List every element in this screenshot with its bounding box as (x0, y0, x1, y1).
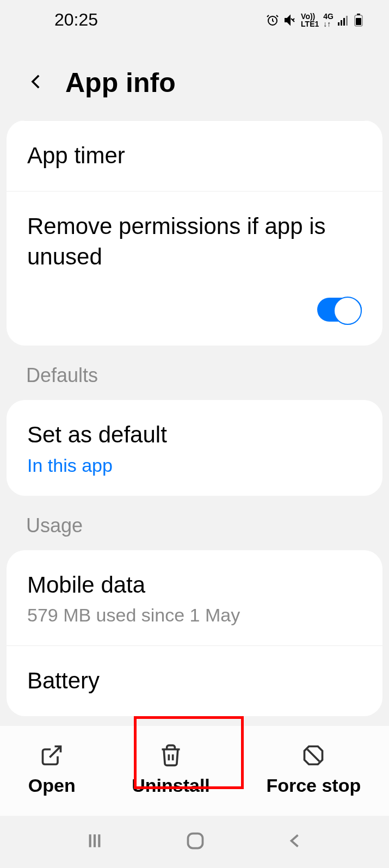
trash-icon (159, 743, 183, 767)
battery-label: Battery (27, 666, 362, 697)
battery-row[interactable]: Battery (7, 645, 382, 716)
remove-permissions-toggle[interactable] (317, 298, 362, 322)
page-title: App info (65, 67, 176, 99)
system-nav-bar (0, 816, 389, 868)
uninstall-button[interactable]: Uninstall (121, 739, 221, 801)
nav-back-button[interactable] (286, 831, 305, 853)
back-button[interactable] (27, 72, 46, 93)
mobile-data-label: Mobile data (27, 570, 362, 601)
header: App info (0, 40, 389, 120)
remove-permissions-row[interactable]: Remove permissions if app is unused (7, 191, 382, 292)
remove-permissions-toggle-row (7, 292, 382, 346)
recents-button[interactable] (84, 830, 106, 854)
svg-rect-7 (356, 18, 361, 25)
set-as-default-sub: In this app (27, 455, 362, 476)
mute-icon (283, 14, 297, 27)
usage-section-label: Usage (0, 496, 389, 550)
status-icons: Vo))LTE1 4G↓↑ (266, 13, 363, 28)
svg-rect-4 (346, 16, 348, 26)
svg-rect-8 (188, 834, 203, 848)
volte-indicator: Vo))LTE1 (301, 13, 319, 28)
svg-rect-2 (341, 20, 342, 26)
app-timer-label: App timer (27, 140, 362, 171)
stop-icon (301, 743, 325, 767)
svg-rect-3 (343, 18, 345, 26)
uninstall-label: Uninstall (132, 775, 210, 796)
defaults-section-label: Defaults (0, 346, 389, 400)
force-stop-button[interactable]: Force stop (255, 739, 372, 801)
home-button[interactable] (186, 831, 205, 853)
signal-icon (338, 15, 350, 26)
mobile-data-row[interactable]: Mobile data 579 MB used since 1 May (7, 550, 382, 646)
bottom-action-bar: Open Uninstall Force stop (0, 726, 389, 816)
open-icon (40, 743, 64, 767)
status-time: 20:25 (54, 10, 98, 30)
svg-rect-1 (338, 22, 339, 26)
remove-permissions-label: Remove permissions if app is unused (27, 211, 362, 273)
status-bar: 20:25 Vo))LTE1 4G↓↑ (0, 0, 389, 40)
force-stop-label: Force stop (266, 775, 361, 796)
usage-card: Mobile data 579 MB used since 1 May Batt… (7, 550, 382, 716)
battery-icon (354, 14, 363, 27)
defaults-card: Set as default In this app (7, 400, 382, 496)
open-button[interactable]: Open (17, 739, 87, 801)
mobile-data-sub: 579 MB used since 1 May (27, 605, 362, 626)
4g-indicator: 4G↓↑ (323, 13, 334, 28)
set-as-default-label: Set as default (27, 420, 362, 451)
app-timer-row[interactable]: App timer (7, 120, 382, 191)
alarm-icon (266, 14, 279, 27)
settings-card-1: App timer Remove permissions if app is u… (7, 120, 382, 346)
open-label: Open (28, 775, 76, 796)
set-as-default-row[interactable]: Set as default In this app (7, 400, 382, 496)
